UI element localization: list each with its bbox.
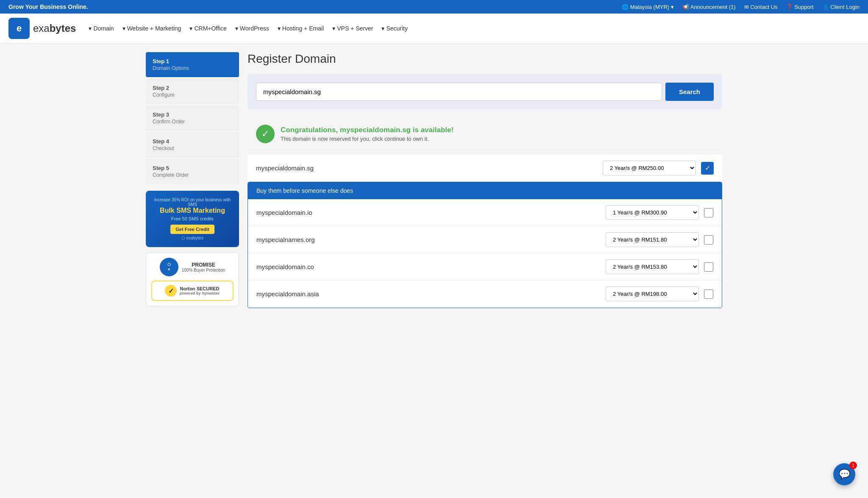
alt-domains-section: Buy them before someone else does myspec… bbox=[248, 182, 722, 308]
search-button[interactable]: Search bbox=[665, 83, 714, 101]
promise-icon: ⬡e bbox=[160, 258, 178, 276]
alt-domain-select-1[interactable]: 2 Year/s @ RM151.80 bbox=[606, 232, 699, 247]
logo[interactable]: e exabytes bbox=[8, 18, 76, 39]
alt-domain-row: myspecialdomain.io 1 Year/s @ RM300.90 bbox=[248, 199, 722, 226]
alt-domains-container: myspecialdomain.io 1 Year/s @ RM300.90 m… bbox=[248, 199, 722, 308]
search-section: Search bbox=[248, 74, 722, 109]
top-bar-links: 🌐 Malaysia (MYR) ▾ 📢 Announcement (1) ✉ … bbox=[622, 4, 860, 10]
alt-domain-name-1: myspecialnames.org bbox=[256, 236, 606, 243]
success-message: ✓ Congratulations, myspecialdomain.sg is… bbox=[248, 118, 722, 150]
promise-text: PROMISE 100% Buyer Protection bbox=[182, 262, 225, 273]
banner-brand: ⬡ exabytes bbox=[181, 236, 203, 240]
step-2[interactable]: Step 2 Configure bbox=[146, 79, 239, 104]
nav-security[interactable]: ▾ Security bbox=[381, 25, 408, 32]
client-login-link[interactable]: 👤 Client Login bbox=[822, 4, 860, 10]
logo-icon: e bbox=[8, 18, 30, 39]
contact-us-link[interactable]: ✉ Contact Us bbox=[744, 4, 778, 10]
alt-domain-select-2[interactable]: 2 Year/s @ RM153.80 bbox=[606, 259, 699, 274]
step-4[interactable]: Step 4 Checkout bbox=[146, 132, 239, 157]
sidebar: Step 1 Domain Options Step 2 Configure S… bbox=[146, 52, 239, 308]
page-title: Register Domain bbox=[248, 52, 722, 66]
support-link[interactable]: ❓ Support bbox=[786, 4, 814, 10]
search-input[interactable] bbox=[256, 83, 662, 101]
main-domain-name: myspecialdomain.sg bbox=[256, 164, 603, 172]
nav-domain[interactable]: ▾ Domain bbox=[89, 25, 114, 32]
banner-increase-text: Increase 35% ROI on your business with S… bbox=[153, 198, 232, 207]
search-row: Search bbox=[256, 83, 714, 101]
upsell-banner: Buy them before someone else does bbox=[248, 182, 722, 199]
alt-domain-checkbox-3[interactable] bbox=[704, 289, 713, 299]
step-5[interactable]: Step 5 Complete Order bbox=[146, 159, 239, 184]
main-domain-row: myspecialdomain.sg 2 Year/s @ RM250.00 1… bbox=[248, 155, 722, 182]
header: e exabytes ▾ Domain ▾ Website + Marketin… bbox=[0, 14, 868, 44]
region-selector[interactable]: 🌐 Malaysia (MYR) ▾ bbox=[622, 4, 674, 10]
banner-subtitle: Free 50 SMS credits bbox=[171, 216, 214, 221]
nav-website-marketing[interactable]: ▾ Website + Marketing bbox=[122, 25, 181, 32]
alt-domain-checkbox-1[interactable] bbox=[704, 235, 713, 245]
alt-domain-checkbox-0[interactable] bbox=[704, 208, 713, 217]
main-domain-checkbox[interactable]: ✓ bbox=[701, 162, 714, 175]
sidebar-banner: Increase 35% ROI on your business with S… bbox=[146, 191, 239, 247]
alt-domain-row: myspecialnames.org 2 Year/s @ RM151.80 bbox=[248, 226, 722, 253]
nav-crm-office[interactable]: ▾ CRM+Office bbox=[189, 25, 226, 32]
alt-domain-name-3: myspecialdomain.asia bbox=[256, 290, 606, 298]
step-1[interactable]: Step 1 Domain Options bbox=[146, 52, 239, 77]
banner-cta[interactable]: Get Free Credit bbox=[170, 225, 214, 234]
main-domain-select[interactable]: 2 Year/s @ RM250.00 1 Year/s @ RM125.00 … bbox=[603, 161, 696, 175]
nav-vps-server[interactable]: ▾ VPS + Server bbox=[332, 25, 373, 32]
success-text: Congratulations, myspecialdomain.sg is a… bbox=[281, 126, 453, 142]
top-bar: Grow Your Business Online. 🌐 Malaysia (M… bbox=[0, 0, 868, 14]
logo-text: exabytes bbox=[33, 22, 76, 34]
success-check-icon: ✓ bbox=[256, 125, 275, 143]
alt-domain-checkbox-2[interactable] bbox=[704, 262, 713, 272]
promise-badge: ⬡e PROMISE 100% Buyer Protection ✓ Norto… bbox=[146, 252, 239, 306]
tagline: Grow Your Business Online. bbox=[8, 3, 88, 10]
alt-domain-select-3[interactable]: 2 Year/s @ RM198.00 bbox=[606, 287, 699, 301]
content: Register Domain Search ✓ Congratulations… bbox=[248, 52, 722, 308]
main-container: Step 1 Domain Options Step 2 Configure S… bbox=[137, 52, 731, 308]
main-nav: ▾ Domain ▾ Website + Marketing ▾ CRM+Off… bbox=[89, 25, 860, 32]
alt-domain-row: myspecialdomain.asia 2 Year/s @ RM198.00 bbox=[248, 281, 722, 308]
alt-domain-name-2: myspecialdomain.co bbox=[256, 263, 606, 270]
nav-hosting-email[interactable]: ▾ Hosting + Email bbox=[278, 25, 324, 32]
alt-domain-select-0[interactable]: 1 Year/s @ RM300.90 bbox=[606, 205, 699, 220]
nav-wordpress[interactable]: ▾ WordPress bbox=[235, 25, 269, 32]
banner-title: Bulk SMS Marketing bbox=[160, 207, 225, 214]
step-3[interactable]: Step 3 Confirm Order bbox=[146, 106, 239, 131]
alt-domain-row: myspecialdomain.co 2 Year/s @ RM153.80 bbox=[248, 253, 722, 281]
announcement-link[interactable]: 📢 Announcement (1) bbox=[682, 4, 736, 10]
norton-badge: ✓ Norton SECURED powered by Symantec bbox=[151, 281, 234, 301]
alt-domain-name-0: myspecialdomain.io bbox=[256, 209, 606, 216]
